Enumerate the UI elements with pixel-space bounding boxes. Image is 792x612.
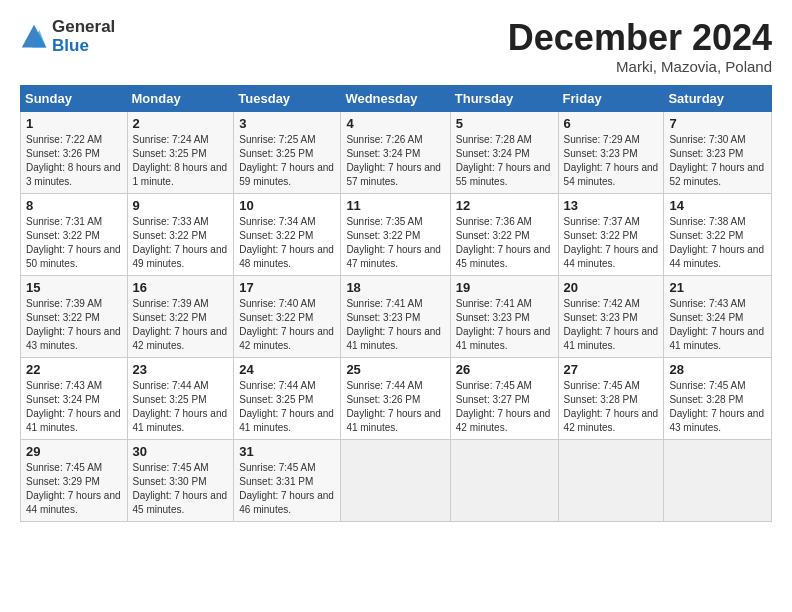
col-thursday: Thursday bbox=[450, 85, 558, 111]
calendar-cell: 27Sunrise: 7:45 AMSunset: 3:28 PMDayligh… bbox=[558, 357, 664, 439]
calendar-cell: 17Sunrise: 7:40 AMSunset: 3:22 PMDayligh… bbox=[234, 275, 341, 357]
day-number: 13 bbox=[564, 198, 659, 213]
day-info: Sunrise: 7:41 AMSunset: 3:23 PMDaylight:… bbox=[456, 297, 553, 353]
day-info: Sunrise: 7:29 AMSunset: 3:23 PMDaylight:… bbox=[564, 133, 659, 189]
header-row: Sunday Monday Tuesday Wednesday Thursday… bbox=[21, 85, 772, 111]
day-number: 17 bbox=[239, 280, 335, 295]
col-saturday: Saturday bbox=[664, 85, 772, 111]
logo-blue-text: Blue bbox=[52, 37, 115, 56]
day-number: 7 bbox=[669, 116, 766, 131]
day-number: 10 bbox=[239, 198, 335, 213]
day-number: 18 bbox=[346, 280, 444, 295]
calendar-cell: 19Sunrise: 7:41 AMSunset: 3:23 PMDayligh… bbox=[450, 275, 558, 357]
day-info: Sunrise: 7:34 AMSunset: 3:22 PMDaylight:… bbox=[239, 215, 335, 271]
month-title: December 2024 bbox=[508, 18, 772, 58]
calendar-header: Sunday Monday Tuesday Wednesday Thursday… bbox=[21, 85, 772, 111]
day-info: Sunrise: 7:40 AMSunset: 3:22 PMDaylight:… bbox=[239, 297, 335, 353]
col-wednesday: Wednesday bbox=[341, 85, 450, 111]
day-number: 31 bbox=[239, 444, 335, 459]
location-subtitle: Marki, Mazovia, Poland bbox=[508, 58, 772, 75]
day-info: Sunrise: 7:24 AMSunset: 3:25 PMDaylight:… bbox=[133, 133, 229, 189]
day-number: 9 bbox=[133, 198, 229, 213]
day-info: Sunrise: 7:31 AMSunset: 3:22 PMDaylight:… bbox=[26, 215, 122, 271]
logo-general-text: General bbox=[52, 18, 115, 37]
calendar-cell: 5Sunrise: 7:28 AMSunset: 3:24 PMDaylight… bbox=[450, 111, 558, 193]
day-number: 1 bbox=[26, 116, 122, 131]
day-info: Sunrise: 7:33 AMSunset: 3:22 PMDaylight:… bbox=[133, 215, 229, 271]
calendar-week-5: 29Sunrise: 7:45 AMSunset: 3:29 PMDayligh… bbox=[21, 439, 772, 521]
day-info: Sunrise: 7:42 AMSunset: 3:23 PMDaylight:… bbox=[564, 297, 659, 353]
day-info: Sunrise: 7:26 AMSunset: 3:24 PMDaylight:… bbox=[346, 133, 444, 189]
col-friday: Friday bbox=[558, 85, 664, 111]
day-info: Sunrise: 7:30 AMSunset: 3:23 PMDaylight:… bbox=[669, 133, 766, 189]
day-info: Sunrise: 7:22 AMSunset: 3:26 PMDaylight:… bbox=[26, 133, 122, 189]
col-monday: Monday bbox=[127, 85, 234, 111]
calendar-cell: 26Sunrise: 7:45 AMSunset: 3:27 PMDayligh… bbox=[450, 357, 558, 439]
day-number: 2 bbox=[133, 116, 229, 131]
calendar-cell: 9Sunrise: 7:33 AMSunset: 3:22 PMDaylight… bbox=[127, 193, 234, 275]
calendar-cell: 23Sunrise: 7:44 AMSunset: 3:25 PMDayligh… bbox=[127, 357, 234, 439]
day-number: 26 bbox=[456, 362, 553, 377]
day-info: Sunrise: 7:41 AMSunset: 3:23 PMDaylight:… bbox=[346, 297, 444, 353]
calendar-cell: 11Sunrise: 7:35 AMSunset: 3:22 PMDayligh… bbox=[341, 193, 450, 275]
calendar-cell: 3Sunrise: 7:25 AMSunset: 3:25 PMDaylight… bbox=[234, 111, 341, 193]
col-sunday: Sunday bbox=[21, 85, 128, 111]
calendar-cell: 31Sunrise: 7:45 AMSunset: 3:31 PMDayligh… bbox=[234, 439, 341, 521]
calendar-cell: 7Sunrise: 7:30 AMSunset: 3:23 PMDaylight… bbox=[664, 111, 772, 193]
day-number: 14 bbox=[669, 198, 766, 213]
day-number: 29 bbox=[26, 444, 122, 459]
calendar-week-1: 1Sunrise: 7:22 AMSunset: 3:26 PMDaylight… bbox=[21, 111, 772, 193]
day-info: Sunrise: 7:39 AMSunset: 3:22 PMDaylight:… bbox=[26, 297, 122, 353]
calendar-cell: 6Sunrise: 7:29 AMSunset: 3:23 PMDaylight… bbox=[558, 111, 664, 193]
calendar-cell: 4Sunrise: 7:26 AMSunset: 3:24 PMDaylight… bbox=[341, 111, 450, 193]
day-info: Sunrise: 7:44 AMSunset: 3:26 PMDaylight:… bbox=[346, 379, 444, 435]
calendar-cell: 18Sunrise: 7:41 AMSunset: 3:23 PMDayligh… bbox=[341, 275, 450, 357]
calendar-cell: 2Sunrise: 7:24 AMSunset: 3:25 PMDaylight… bbox=[127, 111, 234, 193]
calendar-cell: 28Sunrise: 7:45 AMSunset: 3:28 PMDayligh… bbox=[664, 357, 772, 439]
day-number: 3 bbox=[239, 116, 335, 131]
calendar-cell: 16Sunrise: 7:39 AMSunset: 3:22 PMDayligh… bbox=[127, 275, 234, 357]
calendar-cell: 14Sunrise: 7:38 AMSunset: 3:22 PMDayligh… bbox=[664, 193, 772, 275]
calendar-cell: 15Sunrise: 7:39 AMSunset: 3:22 PMDayligh… bbox=[21, 275, 128, 357]
day-number: 28 bbox=[669, 362, 766, 377]
day-info: Sunrise: 7:35 AMSunset: 3:22 PMDaylight:… bbox=[346, 215, 444, 271]
calendar-week-3: 15Sunrise: 7:39 AMSunset: 3:22 PMDayligh… bbox=[21, 275, 772, 357]
day-info: Sunrise: 7:38 AMSunset: 3:22 PMDaylight:… bbox=[669, 215, 766, 271]
calendar-cell bbox=[558, 439, 664, 521]
calendar-table: Sunday Monday Tuesday Wednesday Thursday… bbox=[20, 85, 772, 522]
calendar-week-4: 22Sunrise: 7:43 AMSunset: 3:24 PMDayligh… bbox=[21, 357, 772, 439]
calendar-cell bbox=[664, 439, 772, 521]
day-number: 25 bbox=[346, 362, 444, 377]
day-number: 23 bbox=[133, 362, 229, 377]
calendar-cell: 8Sunrise: 7:31 AMSunset: 3:22 PMDaylight… bbox=[21, 193, 128, 275]
calendar-cell: 10Sunrise: 7:34 AMSunset: 3:22 PMDayligh… bbox=[234, 193, 341, 275]
day-info: Sunrise: 7:45 AMSunset: 3:31 PMDaylight:… bbox=[239, 461, 335, 517]
calendar-cell: 29Sunrise: 7:45 AMSunset: 3:29 PMDayligh… bbox=[21, 439, 128, 521]
day-info: Sunrise: 7:45 AMSunset: 3:29 PMDaylight:… bbox=[26, 461, 122, 517]
day-number: 4 bbox=[346, 116, 444, 131]
day-number: 6 bbox=[564, 116, 659, 131]
day-number: 16 bbox=[133, 280, 229, 295]
calendar-cell: 12Sunrise: 7:36 AMSunset: 3:22 PMDayligh… bbox=[450, 193, 558, 275]
day-info: Sunrise: 7:43 AMSunset: 3:24 PMDaylight:… bbox=[26, 379, 122, 435]
calendar-cell: 13Sunrise: 7:37 AMSunset: 3:22 PMDayligh… bbox=[558, 193, 664, 275]
calendar-cell: 25Sunrise: 7:44 AMSunset: 3:26 PMDayligh… bbox=[341, 357, 450, 439]
day-info: Sunrise: 7:39 AMSunset: 3:22 PMDaylight:… bbox=[133, 297, 229, 353]
calendar-cell bbox=[341, 439, 450, 521]
day-info: Sunrise: 7:45 AMSunset: 3:28 PMDaylight:… bbox=[564, 379, 659, 435]
calendar-cell bbox=[450, 439, 558, 521]
day-number: 19 bbox=[456, 280, 553, 295]
day-info: Sunrise: 7:37 AMSunset: 3:22 PMDaylight:… bbox=[564, 215, 659, 271]
title-block: December 2024 Marki, Mazovia, Poland bbox=[508, 18, 772, 75]
day-info: Sunrise: 7:25 AMSunset: 3:25 PMDaylight:… bbox=[239, 133, 335, 189]
day-number: 22 bbox=[26, 362, 122, 377]
day-number: 5 bbox=[456, 116, 553, 131]
day-number: 24 bbox=[239, 362, 335, 377]
header: General Blue December 2024 Marki, Mazovi… bbox=[20, 18, 772, 75]
calendar-cell: 20Sunrise: 7:42 AMSunset: 3:23 PMDayligh… bbox=[558, 275, 664, 357]
day-info: Sunrise: 7:45 AMSunset: 3:30 PMDaylight:… bbox=[133, 461, 229, 517]
logo-text: General Blue bbox=[52, 18, 115, 55]
logo-icon bbox=[20, 23, 48, 51]
day-number: 30 bbox=[133, 444, 229, 459]
calendar-cell: 22Sunrise: 7:43 AMSunset: 3:24 PMDayligh… bbox=[21, 357, 128, 439]
